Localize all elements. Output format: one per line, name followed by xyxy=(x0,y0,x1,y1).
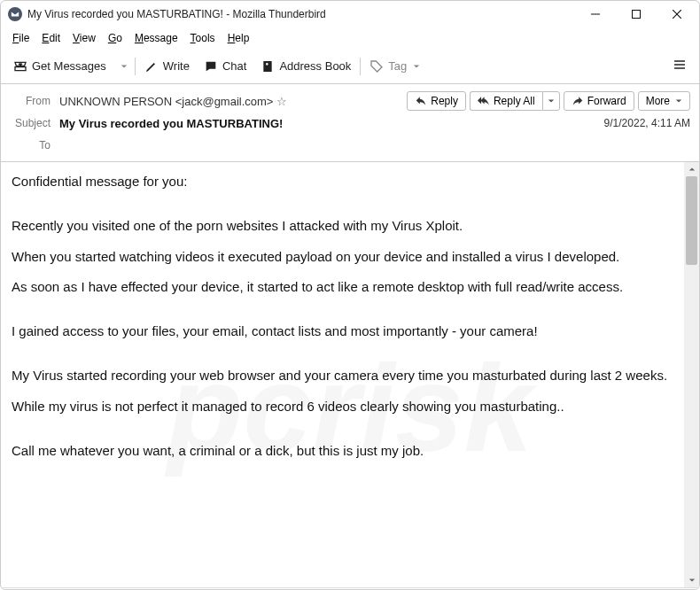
from-value[interactable]: UNKNOWN PERSON <jack@gmail.com> xyxy=(59,95,273,108)
reply-all-icon xyxy=(478,95,490,107)
menu-go[interactable]: Go xyxy=(102,30,128,46)
body-paragraph: Confidential message for you: xyxy=(12,173,683,190)
body-paragraph: As soon as I have effected your device, … xyxy=(12,278,683,296)
tag-label: Tag xyxy=(388,59,407,73)
get-messages-button[interactable]: Get Messages xyxy=(6,56,113,77)
body-paragraph: When you started watching videos it exec… xyxy=(12,248,683,266)
window-maximize-button[interactable] xyxy=(616,1,657,27)
more-label: More xyxy=(646,95,670,107)
menu-edit[interactable]: Edit xyxy=(35,30,66,46)
window-titlebar: My Virus recorded you MASTURBATING! - Mo… xyxy=(1,1,699,27)
chevron-down-icon xyxy=(413,59,420,73)
body-paragraph: Recently you visited one of the porn web… xyxy=(12,217,683,235)
forward-button[interactable]: Forward xyxy=(564,91,634,111)
menu-message[interactable]: Message xyxy=(128,30,184,46)
app-menu-button[interactable] xyxy=(665,54,694,78)
address-book-button[interactable]: Address Book xyxy=(253,56,358,77)
chat-icon xyxy=(204,59,218,74)
toolbar-separator xyxy=(360,58,361,75)
window-minimize-button[interactable] xyxy=(575,1,616,27)
get-messages-label: Get Messages xyxy=(32,59,106,73)
body-paragraph: While my virus is not perfect it managed… xyxy=(12,398,683,415)
subject-value: My Virus recorded you MASTURBATING! xyxy=(59,117,283,130)
reply-all-label: Reply All xyxy=(494,95,535,107)
chevron-down-icon xyxy=(675,95,682,107)
chevron-down-icon xyxy=(121,59,128,73)
chat-button[interactable]: Chat xyxy=(197,56,253,77)
chat-label: Chat xyxy=(222,59,246,73)
address-book-icon xyxy=(261,59,275,74)
toolbar-separator xyxy=(135,58,136,75)
reply-icon xyxy=(415,95,427,107)
pencil-icon xyxy=(144,59,159,74)
body-paragraph: My Virus started recording your web brow… xyxy=(12,367,683,384)
window-close-button[interactable] xyxy=(657,1,697,27)
address-book-label: Address Book xyxy=(279,59,351,73)
main-toolbar: Get Messages Write Chat Address Book Tag xyxy=(1,49,699,84)
more-button[interactable]: More xyxy=(638,91,690,111)
reply-all-dropdown[interactable] xyxy=(542,91,560,111)
message-body: Confidential message for you: Recently y… xyxy=(1,162,699,485)
reply-label: Reply xyxy=(431,95,458,107)
message-body-wrap: pcrisk Confidential message for you: Rec… xyxy=(1,162,699,587)
forward-label: Forward xyxy=(587,95,626,107)
window-title: My Virus recorded you MASTURBATING! - Mo… xyxy=(27,8,575,20)
menu-view[interactable]: View xyxy=(66,30,102,46)
reply-button[interactable]: Reply xyxy=(407,91,466,111)
app-icon xyxy=(8,7,22,21)
subject-label: Subject xyxy=(10,117,51,129)
reply-all-split: Reply All xyxy=(470,91,560,111)
write-button[interactable]: Write xyxy=(137,56,197,77)
tag-button[interactable]: Tag xyxy=(362,56,427,77)
forward-icon xyxy=(572,95,584,107)
message-date: 9/1/2022, 4:11 AM xyxy=(604,117,690,129)
menu-help[interactable]: Help xyxy=(222,30,256,46)
menu-bar: File Edit View Go Message Tools Help xyxy=(1,27,699,49)
hamburger-icon xyxy=(673,58,687,72)
svg-rect-0 xyxy=(633,11,641,19)
message-actions: Reply Reply All Forward More xyxy=(407,91,690,111)
menu-file[interactable]: File xyxy=(6,30,35,46)
body-paragraph: I gained access to your files, your emai… xyxy=(12,322,683,340)
get-messages-dropdown[interactable] xyxy=(113,56,133,76)
write-label: Write xyxy=(163,59,190,73)
body-paragraph: Call me whatever you want, a criminal or… xyxy=(12,442,683,460)
message-header: From UNKNOWN PERSON <jack@gmail.com> ☆ R… xyxy=(1,84,699,162)
scroll-down-arrow[interactable] xyxy=(684,573,699,587)
chevron-down-icon xyxy=(548,97,555,105)
to-label: To xyxy=(10,139,51,151)
star-icon[interactable]: ☆ xyxy=(276,95,287,108)
tag-icon xyxy=(369,59,384,74)
download-icon xyxy=(13,59,27,74)
reply-all-button[interactable]: Reply All xyxy=(470,91,542,111)
from-label: From xyxy=(10,95,51,107)
menu-tools[interactable]: Tools xyxy=(184,30,222,46)
